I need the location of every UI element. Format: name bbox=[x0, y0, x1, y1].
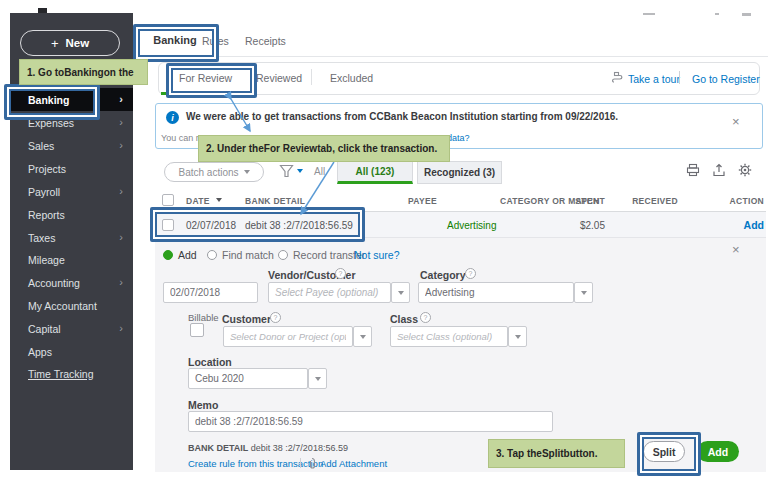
customer-field[interactable] bbox=[223, 326, 353, 347]
take-a-tour-link[interactable]: Take a tour bbox=[628, 73, 680, 85]
tour-icon bbox=[611, 71, 625, 85]
batch-actions-dropdown[interactable]: Batch actions bbox=[164, 162, 264, 182]
row-category[interactable]: Advertising bbox=[447, 220, 496, 231]
tab-all-transactions[interactable]: All (123) bbox=[337, 161, 413, 184]
cropped-ui-remnant bbox=[715, 13, 719, 15]
memo-field[interactable] bbox=[188, 411, 553, 432]
tab-receipts[interactable]: Receipts bbox=[245, 35, 286, 47]
active-tab-underline bbox=[161, 92, 183, 95]
help-icon[interactable]: ? bbox=[335, 268, 346, 279]
chevron-right-icon: › bbox=[119, 117, 123, 128]
help-icon[interactable]: ? bbox=[465, 268, 476, 279]
gear-icon[interactable] bbox=[738, 163, 752, 177]
sidebar-item-apps[interactable]: Apps bbox=[10, 340, 133, 363]
banner-older-data-link[interactable]: data? bbox=[447, 133, 470, 143]
help-icon[interactable]: ? bbox=[420, 312, 431, 323]
category-field[interactable] bbox=[418, 282, 574, 303]
tab-for-review[interactable]: For Review bbox=[179, 72, 232, 84]
tab-recognized[interactable]: Recognized (3) bbox=[417, 161, 502, 184]
sidebar-item-projects[interactable]: Projects bbox=[10, 157, 133, 180]
filter-icon[interactable] bbox=[279, 164, 294, 179]
banner-close-icon[interactable]: × bbox=[732, 115, 740, 128]
customer-dropdown-button[interactable] bbox=[353, 326, 372, 347]
sidebar-item-accounting[interactable]: Accounting › bbox=[10, 271, 133, 294]
callout-step-2: 2. Under the For Review tab, click the t… bbox=[198, 135, 450, 162]
tab-rules[interactable]: Rules bbox=[202, 35, 229, 47]
location-dropdown-button[interactable] bbox=[308, 368, 327, 389]
detail-close-icon[interactable]: × bbox=[732, 243, 740, 256]
quickbooks-banking-page: + New Banking › Expenses › Sales › Proje… bbox=[0, 0, 768, 487]
sidebar-item-payroll[interactable]: Payroll › bbox=[10, 180, 133, 203]
chevron-right-icon: › bbox=[119, 186, 123, 197]
filter-caret-icon[interactable] bbox=[297, 169, 303, 173]
add-button[interactable]: Add bbox=[697, 441, 739, 462]
row-add-action[interactable]: Add bbox=[716, 219, 764, 231]
callout-step-1: 1. Go to Banking on the bbox=[19, 59, 148, 85]
cropped-ui-remnant bbox=[643, 13, 655, 15]
column-header-bank-detail: BANK DETAIL bbox=[245, 196, 305, 206]
split-button[interactable]: Split bbox=[643, 441, 685, 462]
callout-step-3: 3. Tap the Split button. bbox=[488, 439, 625, 468]
row-checkbox[interactable] bbox=[162, 219, 174, 231]
class-label: Class bbox=[390, 313, 418, 325]
divider bbox=[679, 71, 680, 84]
sidebar-item-taxes[interactable]: Taxes › bbox=[10, 226, 133, 249]
sidebar-item-mileage[interactable]: Mileage bbox=[10, 248, 133, 271]
memo-label: Memo bbox=[188, 399, 218, 411]
column-header-payee: PAYEE bbox=[408, 196, 437, 206]
chevron-right-icon: › bbox=[119, 323, 123, 334]
divider bbox=[140, 56, 768, 57]
paperclip-icon bbox=[307, 457, 317, 469]
tab-excluded[interactable]: Excluded bbox=[330, 72, 373, 84]
chevron-right-icon: › bbox=[119, 277, 123, 288]
payee-dropdown-button[interactable] bbox=[391, 282, 410, 303]
class-dropdown-button[interactable] bbox=[508, 326, 527, 347]
radio-add[interactable] bbox=[163, 250, 173, 260]
sidebar-item-time-tracking[interactable]: Time Tracking bbox=[10, 362, 133, 385]
chevron-right-icon: › bbox=[119, 94, 123, 105]
chevron-right-icon: › bbox=[119, 232, 123, 243]
add-attachment-link[interactable]: Add Attachment bbox=[320, 458, 387, 469]
bank-detail-line: BANK DETAIL debit 38 :2/7/2018:56.59 bbox=[188, 443, 348, 453]
payee-field[interactable] bbox=[268, 282, 391, 303]
sidebar-item-banking[interactable]: Banking › bbox=[10, 88, 133, 111]
sidebar-item-capital[interactable]: Capital › bbox=[10, 317, 133, 340]
radio-find-match[interactable] bbox=[207, 250, 217, 260]
column-header-received: RECEIVED bbox=[625, 196, 678, 206]
radio-find-match-label[interactable]: Find match bbox=[222, 249, 274, 261]
customer-label: Customer bbox=[222, 313, 271, 325]
new-button-label: New bbox=[65, 37, 89, 49]
filter-all-label: All bbox=[314, 166, 325, 177]
row-spent: $2.05 bbox=[558, 220, 605, 231]
category-dropdown-button[interactable] bbox=[574, 282, 593, 303]
billable-checkbox[interactable] bbox=[190, 323, 204, 337]
tab-banking[interactable]: Banking bbox=[140, 31, 210, 49]
plus-icon: + bbox=[51, 36, 59, 51]
divider bbox=[311, 69, 312, 85]
print-icon[interactable] bbox=[686, 163, 700, 177]
create-rule-link[interactable]: Create rule from this transaction bbox=[188, 458, 323, 469]
cropped-ui-remnant bbox=[742, 13, 751, 16]
sidebar-item-my-accountant[interactable]: My Accountant bbox=[10, 294, 133, 317]
radio-add-label[interactable]: Add bbox=[178, 249, 197, 261]
sidebar-item-reports[interactable]: Reports bbox=[10, 203, 133, 226]
banner-message: We were able to get transactions from CC… bbox=[186, 111, 618, 122]
location-field[interactable] bbox=[188, 368, 308, 389]
column-header-date[interactable]: DATE bbox=[186, 196, 210, 206]
not-sure-link[interactable]: Not sure? bbox=[354, 249, 400, 261]
select-all-checkbox[interactable] bbox=[162, 194, 174, 206]
sort-caret-icon bbox=[216, 198, 222, 202]
class-field[interactable] bbox=[390, 326, 508, 347]
radio-record-transfer[interactable] bbox=[278, 250, 288, 260]
tab-reviewed[interactable]: Reviewed bbox=[256, 72, 302, 84]
go-to-register-link[interactable]: Go to Register bbox=[692, 73, 760, 85]
sidebar-item-sales[interactable]: Sales › bbox=[10, 134, 133, 157]
new-button[interactable]: + New bbox=[20, 30, 120, 56]
location-label: Location bbox=[188, 356, 232, 368]
help-icon[interactable]: ? bbox=[270, 312, 281, 323]
sidebar-item-expenses[interactable]: Expenses › bbox=[10, 111, 133, 134]
row-bank-detail: debit 38 :2/7/2018:56.59 bbox=[245, 220, 353, 231]
date-field[interactable] bbox=[163, 282, 258, 303]
bank-detail-label: BANK DETAIL bbox=[188, 443, 248, 453]
export-icon[interactable] bbox=[712, 163, 726, 177]
